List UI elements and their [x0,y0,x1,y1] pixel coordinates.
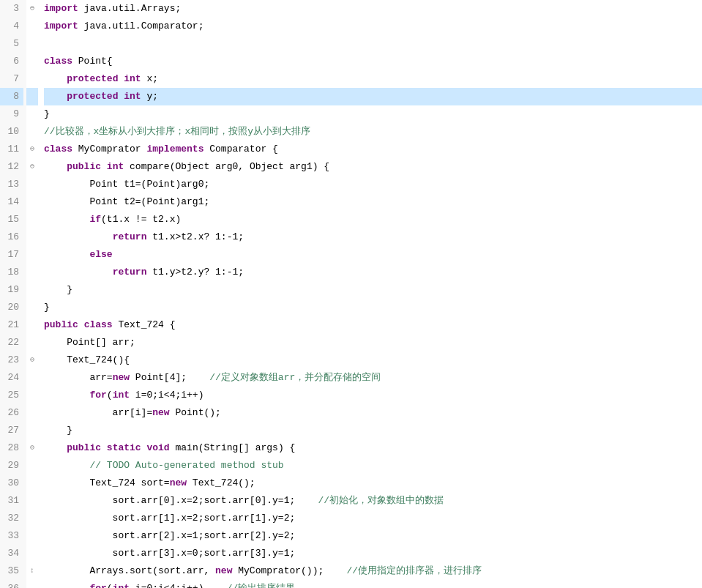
fold-26 [26,404,38,422]
code-line-21: public class Text_724 { [44,316,702,334]
fold-19 [26,281,38,299]
code-line-34: sort.arr[3].x=0;sort.arr[3].y=1; [44,545,702,562]
line-num-27: 27 [0,422,23,439]
code-line-9: } [44,105,702,123]
code-line-4: import java.util.Comparator; [44,18,702,35]
code-line-29: // TODO Auto-generated method stub [44,457,702,475]
line-num-35: 35 [0,562,23,580]
fold-3[interactable]: ⊖ [26,0,38,18]
fold-10 [26,123,38,141]
line-num-3: 3 [0,0,23,18]
code-line-28: public static void main(String[] args) { [44,439,702,457]
line-num-21: 21 [0,316,23,334]
fold-33 [26,527,38,545]
fold-9 [26,105,38,123]
code-content[interactable]: import java.util.Arrays; import java.uti… [38,0,702,588]
code-line-10: //比较器，x坐标从小到大排序；x相同时，按照y从小到大排序 [44,123,702,141]
fold-column: ⊖ ⊖ ⊖ ⊖ ⊖ ↕ [26,0,38,588]
code-line-7: protected int x; [44,70,702,88]
fold-28[interactable]: ⊖ [26,439,38,457]
fold-17 [26,246,38,264]
line-num-18: 18 [0,264,23,281]
line-num-26: 26 [0,404,23,422]
code-line-23: Text_724(){ [44,351,702,369]
fold-13 [26,176,38,193]
code-line-30: Text_724 sort=new Text_724(); [44,475,702,492]
code-line-13: Point t1=(Point)arg0; [44,176,702,193]
line-num-25: 25 [0,387,23,404]
code-line-16: return t1.x>t2.x? 1:-1; [44,228,702,246]
fold-7 [26,70,38,88]
line-num-12: 12 [0,158,23,176]
fold-4 [26,18,38,35]
fold-12[interactable]: ⊖ [26,158,38,176]
line-numbers: 3 4 5 6 7 8 9 10 11 12 13 14 15 16 17 18… [0,0,26,588]
line-num-31: 31 [0,492,23,510]
fold-36 [26,580,38,588]
fold-18 [26,264,38,281]
line-num-6: 6 [0,53,23,70]
code-line-5 [44,35,702,53]
fold-21 [26,316,38,334]
fold-29 [26,457,38,475]
code-editor: 3 4 5 6 7 8 9 10 11 12 13 14 15 16 17 18… [0,0,702,588]
code-line-12: public int compare(Object arg0, Object a… [44,158,702,176]
line-num-9: 9 [0,105,23,123]
line-num-11: 11 [0,141,23,158]
line-num-14: 14 [0,193,23,211]
line-num-16: 16 [0,228,23,246]
line-num-4: 4 [0,18,23,35]
fold-24 [26,369,38,387]
code-line-20: } [44,299,702,316]
code-line-3: import java.util.Arrays; [44,0,702,18]
line-num-30: 30 [0,475,23,492]
line-num-10: 10 [0,123,23,141]
fold-34 [26,545,38,562]
line-num-5: 5 [0,35,23,53]
fold-14 [26,193,38,211]
code-line-6: class Point{ [44,53,702,70]
code-line-18: return t1.y>t2.y? 1:-1; [44,264,702,281]
fold-23[interactable]: ⊖ [26,351,38,369]
code-line-26: arr[i]=new Point(); [44,404,702,422]
code-line-25: for(int i=0;i<4;i++) [44,387,702,404]
code-line-15: if(t1.x != t2.x) [44,211,702,228]
fold-35[interactable]: ↕ [26,562,38,580]
code-line-24: arr=new Point[4]; //定义对象数组arr，并分配存储的空间 [44,369,702,387]
line-num-36: 36 [0,580,23,588]
line-num-33: 33 [0,527,23,545]
line-num-24: 24 [0,369,23,387]
line-num-32: 32 [0,510,23,527]
fold-22 [26,334,38,351]
fold-25 [26,387,38,404]
code-line-36: for(int i=0;i<4;i++) //输出排序结果 [44,580,702,588]
fold-31 [26,492,38,510]
code-line-14: Point t2=(Point)arg1; [44,193,702,211]
code-line-11: class MyComprator implements Comparator … [44,141,702,158]
fold-30 [26,475,38,492]
code-line-32: sort.arr[1].x=2;sort.arr[1].y=2; [44,510,702,527]
line-num-34: 34 [0,545,23,562]
fold-20 [26,299,38,316]
line-num-28: 28 [0,439,23,457]
fold-32 [26,510,38,527]
fold-16 [26,228,38,246]
fold-5 [26,35,38,53]
line-num-20: 20 [0,299,23,316]
line-num-17: 17 [0,246,23,264]
fold-11[interactable]: ⊖ [26,141,38,158]
fold-27 [26,422,38,439]
code-line-19: } [44,281,702,299]
line-num-29: 29 [0,457,23,475]
line-num-8: 8 [0,88,23,105]
code-line-27: } [44,422,702,439]
code-line-33: sort.arr[2].x=1;sort.arr[2].y=2; [44,527,702,545]
fold-8 [26,88,38,105]
code-line-31: sort.arr[0].x=2;sort.arr[0].y=1; //初始化，对… [44,492,702,510]
fold-6 [26,53,38,70]
line-num-23: 23 [0,351,23,369]
line-num-19: 19 [0,281,23,299]
code-line-8: protected int y; [44,88,702,105]
line-num-7: 7 [0,70,23,88]
line-num-13: 13 [0,176,23,193]
